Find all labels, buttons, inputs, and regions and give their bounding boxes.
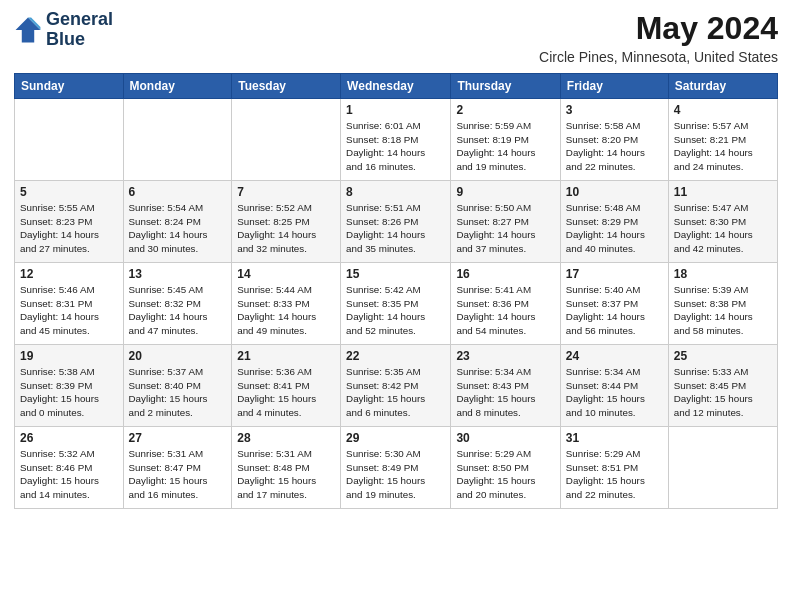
day-cell: 13Sunrise: 5:45 AM Sunset: 8:32 PM Dayli… — [123, 263, 232, 345]
day-info: Sunrise: 5:51 AM Sunset: 8:26 PM Dayligh… — [346, 201, 445, 256]
title-block: May 2024 Circle Pines, Minnesota, United… — [539, 10, 778, 65]
day-cell: 5Sunrise: 5:55 AM Sunset: 8:23 PM Daylig… — [15, 181, 124, 263]
day-cell: 3Sunrise: 5:58 AM Sunset: 8:20 PM Daylig… — [560, 99, 668, 181]
logo-line2: Blue — [46, 30, 113, 50]
day-number: 7 — [237, 185, 335, 199]
day-cell: 19Sunrise: 5:38 AM Sunset: 8:39 PM Dayli… — [15, 345, 124, 427]
header-cell-saturday: Saturday — [668, 74, 777, 99]
header-cell-thursday: Thursday — [451, 74, 560, 99]
day-info: Sunrise: 5:31 AM Sunset: 8:47 PM Dayligh… — [129, 447, 227, 502]
day-number: 27 — [129, 431, 227, 445]
day-number: 18 — [674, 267, 772, 281]
day-cell: 15Sunrise: 5:42 AM Sunset: 8:35 PM Dayli… — [341, 263, 451, 345]
day-cell: 12Sunrise: 5:46 AM Sunset: 8:31 PM Dayli… — [15, 263, 124, 345]
header-cell-monday: Monday — [123, 74, 232, 99]
header-cell-sunday: Sunday — [15, 74, 124, 99]
day-number: 26 — [20, 431, 118, 445]
day-cell: 21Sunrise: 5:36 AM Sunset: 8:41 PM Dayli… — [232, 345, 341, 427]
day-number: 21 — [237, 349, 335, 363]
day-cell — [232, 99, 341, 181]
calendar: SundayMondayTuesdayWednesdayThursdayFrid… — [14, 73, 778, 509]
day-cell: 9Sunrise: 5:50 AM Sunset: 8:27 PM Daylig… — [451, 181, 560, 263]
day-info: Sunrise: 5:59 AM Sunset: 8:19 PM Dayligh… — [456, 119, 554, 174]
day-number: 1 — [346, 103, 445, 117]
day-cell: 14Sunrise: 5:44 AM Sunset: 8:33 PM Dayli… — [232, 263, 341, 345]
day-number: 2 — [456, 103, 554, 117]
day-info: Sunrise: 5:48 AM Sunset: 8:29 PM Dayligh… — [566, 201, 663, 256]
day-cell: 6Sunrise: 5:54 AM Sunset: 8:24 PM Daylig… — [123, 181, 232, 263]
day-info: Sunrise: 5:33 AM Sunset: 8:45 PM Dayligh… — [674, 365, 772, 420]
day-info: Sunrise: 5:58 AM Sunset: 8:20 PM Dayligh… — [566, 119, 663, 174]
logo-line1: General — [46, 10, 113, 30]
day-cell: 28Sunrise: 5:31 AM Sunset: 8:48 PM Dayli… — [232, 427, 341, 509]
day-cell: 23Sunrise: 5:34 AM Sunset: 8:43 PM Dayli… — [451, 345, 560, 427]
day-cell: 27Sunrise: 5:31 AM Sunset: 8:47 PM Dayli… — [123, 427, 232, 509]
day-info: Sunrise: 5:54 AM Sunset: 8:24 PM Dayligh… — [129, 201, 227, 256]
day-cell: 1Sunrise: 6:01 AM Sunset: 8:18 PM Daylig… — [341, 99, 451, 181]
day-info: Sunrise: 5:47 AM Sunset: 8:30 PM Dayligh… — [674, 201, 772, 256]
day-cell: 31Sunrise: 5:29 AM Sunset: 8:51 PM Dayli… — [560, 427, 668, 509]
day-cell: 25Sunrise: 5:33 AM Sunset: 8:45 PM Dayli… — [668, 345, 777, 427]
week-row-2: 12Sunrise: 5:46 AM Sunset: 8:31 PM Dayli… — [15, 263, 778, 345]
day-cell: 8Sunrise: 5:51 AM Sunset: 8:26 PM Daylig… — [341, 181, 451, 263]
day-info: Sunrise: 5:46 AM Sunset: 8:31 PM Dayligh… — [20, 283, 118, 338]
day-number: 22 — [346, 349, 445, 363]
day-cell — [123, 99, 232, 181]
day-info: Sunrise: 5:50 AM Sunset: 8:27 PM Dayligh… — [456, 201, 554, 256]
day-cell: 30Sunrise: 5:29 AM Sunset: 8:50 PM Dayli… — [451, 427, 560, 509]
day-cell: 10Sunrise: 5:48 AM Sunset: 8:29 PM Dayli… — [560, 181, 668, 263]
day-number: 3 — [566, 103, 663, 117]
day-cell: 24Sunrise: 5:34 AM Sunset: 8:44 PM Dayli… — [560, 345, 668, 427]
day-info: Sunrise: 5:34 AM Sunset: 8:44 PM Dayligh… — [566, 365, 663, 420]
header-row: SundayMondayTuesdayWednesdayThursdayFrid… — [15, 74, 778, 99]
day-cell: 4Sunrise: 5:57 AM Sunset: 8:21 PM Daylig… — [668, 99, 777, 181]
day-cell: 18Sunrise: 5:39 AM Sunset: 8:38 PM Dayli… — [668, 263, 777, 345]
day-cell: 16Sunrise: 5:41 AM Sunset: 8:36 PM Dayli… — [451, 263, 560, 345]
day-cell: 7Sunrise: 5:52 AM Sunset: 8:25 PM Daylig… — [232, 181, 341, 263]
day-info: Sunrise: 5:42 AM Sunset: 8:35 PM Dayligh… — [346, 283, 445, 338]
week-row-4: 26Sunrise: 5:32 AM Sunset: 8:46 PM Dayli… — [15, 427, 778, 509]
day-info: Sunrise: 5:44 AM Sunset: 8:33 PM Dayligh… — [237, 283, 335, 338]
day-cell: 11Sunrise: 5:47 AM Sunset: 8:30 PM Dayli… — [668, 181, 777, 263]
day-info: Sunrise: 5:36 AM Sunset: 8:41 PM Dayligh… — [237, 365, 335, 420]
day-info: Sunrise: 5:37 AM Sunset: 8:40 PM Dayligh… — [129, 365, 227, 420]
calendar-body: 1Sunrise: 6:01 AM Sunset: 8:18 PM Daylig… — [15, 99, 778, 509]
week-row-1: 5Sunrise: 5:55 AM Sunset: 8:23 PM Daylig… — [15, 181, 778, 263]
day-number: 15 — [346, 267, 445, 281]
day-number: 11 — [674, 185, 772, 199]
logo: General Blue — [14, 10, 113, 50]
header-cell-friday: Friday — [560, 74, 668, 99]
logo-text: General Blue — [46, 10, 113, 50]
month-title: May 2024 — [539, 10, 778, 47]
week-row-0: 1Sunrise: 6:01 AM Sunset: 8:18 PM Daylig… — [15, 99, 778, 181]
day-number: 9 — [456, 185, 554, 199]
header-cell-tuesday: Tuesday — [232, 74, 341, 99]
day-cell: 2Sunrise: 5:59 AM Sunset: 8:19 PM Daylig… — [451, 99, 560, 181]
day-number: 17 — [566, 267, 663, 281]
day-number: 30 — [456, 431, 554, 445]
day-number: 25 — [674, 349, 772, 363]
day-cell — [668, 427, 777, 509]
day-cell: 22Sunrise: 5:35 AM Sunset: 8:42 PM Dayli… — [341, 345, 451, 427]
day-info: Sunrise: 5:41 AM Sunset: 8:36 PM Dayligh… — [456, 283, 554, 338]
day-number: 5 — [20, 185, 118, 199]
day-info: Sunrise: 5:45 AM Sunset: 8:32 PM Dayligh… — [129, 283, 227, 338]
day-number: 6 — [129, 185, 227, 199]
day-info: Sunrise: 5:38 AM Sunset: 8:39 PM Dayligh… — [20, 365, 118, 420]
day-cell: 29Sunrise: 5:30 AM Sunset: 8:49 PM Dayli… — [341, 427, 451, 509]
header: General Blue May 2024 Circle Pines, Minn… — [14, 10, 778, 65]
subtitle: Circle Pines, Minnesota, United States — [539, 49, 778, 65]
day-number: 14 — [237, 267, 335, 281]
day-info: Sunrise: 5:55 AM Sunset: 8:23 PM Dayligh… — [20, 201, 118, 256]
day-number: 23 — [456, 349, 554, 363]
day-info: Sunrise: 5:30 AM Sunset: 8:49 PM Dayligh… — [346, 447, 445, 502]
page: General Blue May 2024 Circle Pines, Minn… — [0, 0, 792, 612]
day-info: Sunrise: 5:32 AM Sunset: 8:46 PM Dayligh… — [20, 447, 118, 502]
day-number: 29 — [346, 431, 445, 445]
day-number: 24 — [566, 349, 663, 363]
day-info: Sunrise: 5:40 AM Sunset: 8:37 PM Dayligh… — [566, 283, 663, 338]
day-number: 13 — [129, 267, 227, 281]
day-info: Sunrise: 5:52 AM Sunset: 8:25 PM Dayligh… — [237, 201, 335, 256]
day-info: Sunrise: 5:39 AM Sunset: 8:38 PM Dayligh… — [674, 283, 772, 338]
logo-icon — [14, 16, 42, 44]
